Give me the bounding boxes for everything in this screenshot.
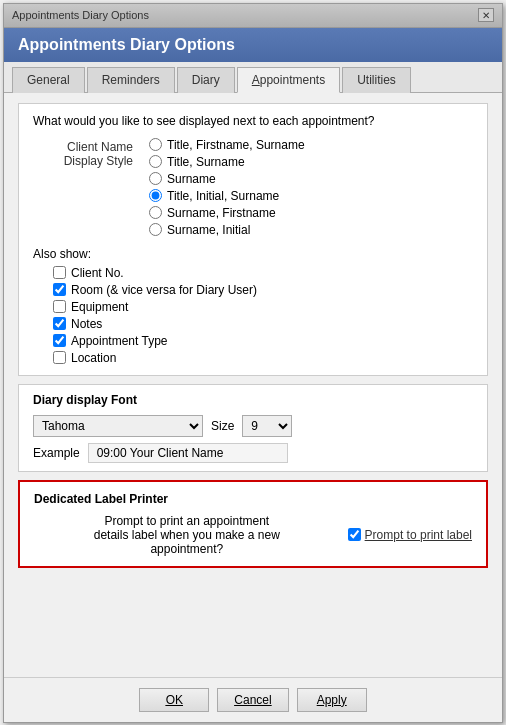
window-header: Appointments Diary Options (4, 28, 502, 62)
radio-surname-firstname[interactable]: Surname, Firstname (149, 206, 305, 220)
radio-input-surname-initial[interactable] (149, 223, 162, 236)
radio-input-title-surname[interactable] (149, 155, 162, 168)
tab-utilities-label: Utilities (357, 73, 396, 87)
checkbox-input-notes[interactable] (53, 317, 66, 330)
apply-label: Apply (317, 693, 347, 707)
tab-utilities[interactable]: Utilities (342, 67, 411, 93)
main-window: Appointments Diary Options ✕ Appointment… (3, 3, 503, 723)
radio-title-initial-surname[interactable]: Title, Initial, Surname (149, 189, 305, 203)
font-section: Diary display Font Tahoma Size 9 10 11 1… (18, 384, 488, 472)
tab-diary-label: Diary (192, 73, 220, 87)
tab-appointments[interactable]: Appointments (237, 67, 340, 93)
checkbox-input-client-no[interactable] (53, 266, 66, 279)
radio-surname[interactable]: Surname (149, 172, 305, 186)
tab-general[interactable]: General (12, 67, 85, 93)
tab-reminders-label: Reminders (102, 73, 160, 87)
title-bar: Appointments Diary Options ✕ (4, 4, 502, 28)
tab-reminders[interactable]: Reminders (87, 67, 175, 93)
radio-surname-initial[interactable]: Surname, Initial (149, 223, 305, 237)
tabs-bar: General Reminders Diary Appointments Uti… (4, 62, 502, 93)
checkbox-notes[interactable]: Notes (53, 317, 473, 331)
apply-button[interactable]: Apply (297, 688, 367, 712)
prompt-checkbox[interactable] (348, 528, 361, 541)
tab-appointments-label: Appointments (252, 73, 325, 87)
example-label: Example (33, 446, 80, 460)
also-show-label: Also show: (33, 247, 473, 261)
radio-input-surname-firstname[interactable] (149, 206, 162, 219)
font-controls: Tahoma Size 9 10 11 12 (33, 415, 473, 437)
checkbox-input-location[interactable] (53, 351, 66, 364)
radio-input-title-firstname-surname[interactable] (149, 138, 162, 151)
checkbox-group: Client No. Room (& vice versa for Diary … (33, 266, 473, 365)
checkbox-appointment-type[interactable]: Appointment Type (53, 334, 473, 348)
checkbox-input-equipment[interactable] (53, 300, 66, 313)
checkbox-room[interactable]: Room (& vice versa for Diary User) (53, 283, 473, 297)
checkbox-client-no[interactable]: Client No. (53, 266, 473, 280)
dedicated-title: Dedicated Label Printer (34, 492, 472, 506)
size-label: Size (211, 419, 234, 433)
checkbox-input-room[interactable] (53, 283, 66, 296)
tab-general-label: General (27, 73, 70, 87)
tab-diary[interactable]: Diary (177, 67, 235, 93)
close-button[interactable]: ✕ (478, 8, 494, 22)
dedicated-content: Prompt to print an appointmentdetails la… (34, 514, 472, 556)
display-section: What would you like to see displayed nex… (18, 103, 488, 376)
display-style-row: Client NameDisplay Style Title, Firstnam… (33, 138, 473, 237)
dedicated-section: Dedicated Label Printer Prompt to print … (18, 480, 488, 568)
checkbox-equipment[interactable]: Equipment (53, 300, 473, 314)
radio-input-title-initial-surname[interactable] (149, 189, 162, 202)
font-section-title: Diary display Font (33, 393, 473, 407)
radio-input-surname[interactable] (149, 172, 162, 185)
prompt-label: Prompt to print label (365, 528, 472, 542)
dedicated-description: Prompt to print an appointmentdetails la… (34, 514, 340, 556)
also-show-section: Also show: Client No. Room (& vice versa… (33, 247, 473, 365)
cancel-label: Cancel (234, 693, 271, 707)
footer: OK Cancel Apply (4, 677, 502, 722)
example-box: 09:00 Your Client Name (88, 443, 288, 463)
example-row: Example 09:00 Your Client Name (33, 443, 473, 463)
checkbox-input-appointment-type[interactable] (53, 334, 66, 347)
size-select[interactable]: 9 10 11 12 (242, 415, 292, 437)
ok-label: OK (166, 693, 183, 707)
question-text: What would you like to see displayed nex… (33, 114, 473, 128)
cancel-button[interactable]: Cancel (217, 688, 288, 712)
font-select[interactable]: Tahoma (33, 415, 203, 437)
content-area: What would you like to see displayed nex… (4, 93, 502, 677)
title-bar-text: Appointments Diary Options (12, 9, 149, 21)
radio-title-firstname-surname[interactable]: Title, Firstname, Surname (149, 138, 305, 152)
ok-button[interactable]: OK (139, 688, 209, 712)
radio-title-surname[interactable]: Title, Surname (149, 155, 305, 169)
prompt-checkbox-area: Prompt to print label (348, 528, 472, 542)
checkbox-location[interactable]: Location (53, 351, 473, 365)
client-name-label: Client NameDisplay Style (33, 138, 133, 237)
header-title: Appointments Diary Options (18, 36, 235, 53)
radio-group: Title, Firstname, Surname Title, Surname… (149, 138, 305, 237)
